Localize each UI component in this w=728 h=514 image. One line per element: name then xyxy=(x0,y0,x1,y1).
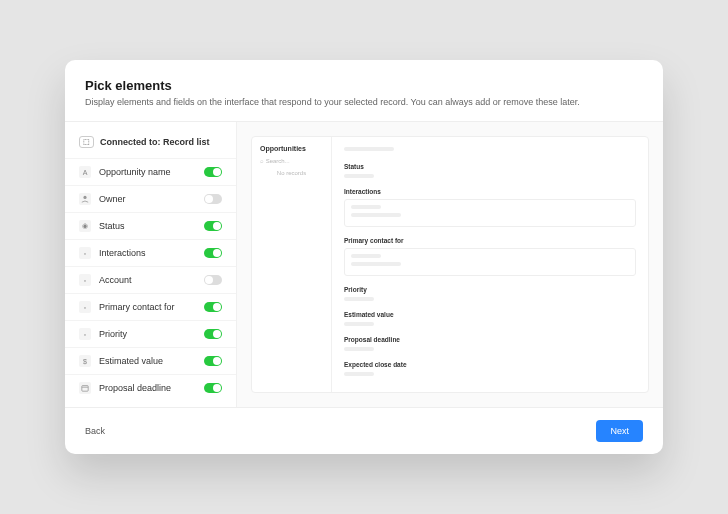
field-type-icon: A xyxy=(79,166,91,178)
modal-footer: Back Next xyxy=(65,408,663,454)
preview-field-box xyxy=(344,199,636,227)
preview-field-label: Estimated value xyxy=(344,311,636,318)
modal-body: ⬚ Connected to: Record list AOpportunity… xyxy=(65,121,663,408)
skeleton-line xyxy=(344,174,374,178)
preview-field-label: Priority xyxy=(344,286,636,293)
field-row: ◉Status xyxy=(65,212,236,239)
preview-section: Expected close date xyxy=(344,361,636,376)
field-type-icon: $ xyxy=(79,355,91,367)
preview-pane: Opportunities ⌕ Search... No records Sta… xyxy=(237,122,663,407)
field-toggle[interactable] xyxy=(204,302,222,312)
preview-field-label: Proposal deadline xyxy=(344,336,636,343)
page-subtitle: Display elements and fields on the inter… xyxy=(85,97,643,107)
preview-search: ⌕ Search... xyxy=(260,158,323,164)
preview-field-label: Status xyxy=(344,163,636,170)
field-label: Estimated value xyxy=(99,356,196,366)
field-label: Opportunity name xyxy=(99,167,196,177)
skeleton-line xyxy=(344,322,374,326)
field-toggle[interactable] xyxy=(204,167,222,177)
field-row: Owner xyxy=(65,185,236,212)
field-type-icon xyxy=(79,382,91,394)
field-label: Status xyxy=(99,221,196,231)
fields-sidebar[interactable]: ⬚ Connected to: Record list AOpportunity… xyxy=(65,122,237,407)
preview-list-panel: Opportunities ⌕ Search... No records xyxy=(252,137,332,392)
field-toggle[interactable] xyxy=(204,329,222,339)
field-type-icon: ▫ xyxy=(79,328,91,340)
connected-to: ⬚ Connected to: Record list xyxy=(65,132,236,158)
field-row: AOpportunity name xyxy=(65,158,236,185)
field-label: Owner xyxy=(99,194,196,204)
field-label: Interactions xyxy=(99,248,196,258)
field-row: Proposal deadline xyxy=(65,374,236,401)
field-row: ▫Priority xyxy=(65,320,236,347)
field-toggle[interactable] xyxy=(204,221,222,231)
field-type-icon: ▫ xyxy=(79,247,91,259)
preview-field-label: Primary contact for xyxy=(344,237,636,244)
preview-field-label: Expected close date xyxy=(344,361,636,368)
field-label: Proposal deadline xyxy=(99,383,196,393)
preview-section: Proposal deadline xyxy=(344,336,636,351)
field-type-icon: ▫ xyxy=(79,301,91,313)
skeleton-title xyxy=(344,147,394,151)
field-row: ▫Primary contact for xyxy=(65,293,236,320)
search-icon: ⌕ xyxy=(260,158,264,164)
field-toggle[interactable] xyxy=(204,356,222,366)
field-type-icon xyxy=(79,193,91,205)
back-button[interactable]: Back xyxy=(85,426,105,436)
field-row: $Estimated value xyxy=(65,347,236,374)
skeleton-line xyxy=(344,372,374,376)
modal-header: Pick elements Display elements and field… xyxy=(65,60,663,121)
field-toggle[interactable] xyxy=(204,194,222,204)
preview-card: Opportunities ⌕ Search... No records Sta… xyxy=(251,136,649,393)
preview-detail-panel: StatusInteractionsPrimary contact forPri… xyxy=(332,137,648,392)
field-row: ▫Interactions xyxy=(65,239,236,266)
svg-point-0 xyxy=(83,196,86,199)
preview-field-label: Interactions xyxy=(344,188,636,195)
svg-rect-1 xyxy=(82,386,88,392)
field-type-icon: ◉ xyxy=(79,220,91,232)
field-label: Priority xyxy=(99,329,196,339)
connected-label: Connected to: Record list xyxy=(100,137,210,147)
field-label: Primary contact for xyxy=(99,302,196,312)
no-records-text: No records xyxy=(260,170,323,176)
field-toggle[interactable] xyxy=(204,248,222,258)
field-toggle[interactable] xyxy=(204,275,222,285)
field-type-icon: ▫ xyxy=(79,274,91,286)
preview-list-title: Opportunities xyxy=(260,145,323,152)
field-toggle[interactable] xyxy=(204,383,222,393)
skeleton-line xyxy=(344,297,374,301)
preview-section: Priority xyxy=(344,286,636,301)
preview-field-box xyxy=(344,248,636,276)
field-label: Account xyxy=(99,275,196,285)
preview-section: Estimated value xyxy=(344,311,636,326)
preview-section: Interactions xyxy=(344,188,636,227)
next-button[interactable]: Next xyxy=(596,420,643,442)
field-row: ▫Account xyxy=(65,266,236,293)
preview-section: Status xyxy=(344,163,636,178)
preview-section: Primary contact for xyxy=(344,237,636,276)
skeleton-line xyxy=(344,347,374,351)
pick-elements-modal: Pick elements Display elements and field… xyxy=(65,60,663,454)
link-icon: ⬚ xyxy=(79,136,94,148)
page-title: Pick elements xyxy=(85,78,643,93)
